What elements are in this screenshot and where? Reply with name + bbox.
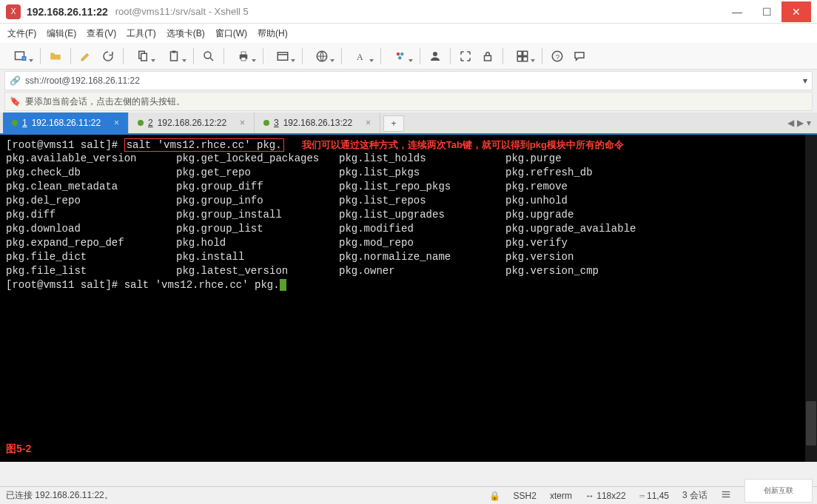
address-bar[interactable]: 🔗 ssh://root@192.168.26.11:22 ▾ (4, 71, 813, 90)
tab-close-icon[interactable]: × (114, 118, 119, 128)
users-button[interactable] (425, 46, 446, 67)
tab-session-1[interactable]: 1 192.168.26.11:22 × (3, 112, 129, 133)
window-title: 192.168.26.11:22 (27, 6, 108, 18)
window-icon (276, 50, 289, 63)
window-subtitle: root@vms11:/srv/salt - Xshell 5 (115, 6, 249, 17)
toolbar: A ? (0, 43, 817, 70)
globe-icon (315, 50, 329, 63)
menu-help[interactable]: 帮助(H) (258, 27, 288, 40)
fullscreen-button[interactable] (455, 46, 476, 67)
tab-list-icon[interactable]: ▾ (807, 118, 811, 128)
tab-number: 2 (148, 118, 153, 128)
svg-point-16 (433, 52, 437, 56)
close-button[interactable]: ✕ (781, 1, 811, 22)
folder-open-icon (49, 50, 62, 63)
maximize-button[interactable]: ☐ (752, 1, 781, 22)
svg-rect-8 (241, 52, 246, 55)
terminal-scrollbar[interactable] (805, 135, 817, 462)
svg-rect-25 (722, 494, 730, 494)
status-bar: 已连接 192.168.26.11:22。 🔒 SSH2 xterm ↔ 118… (0, 486, 817, 504)
find-button[interactable] (198, 46, 219, 67)
address-dropdown-icon[interactable]: ▾ (803, 75, 807, 86)
menu-tabs[interactable]: 选项卡(B) (167, 27, 205, 40)
status-pos: ⎓ 11,45 (639, 491, 669, 501)
status-sessions: 3 会话 (682, 489, 707, 502)
paste-icon (167, 50, 181, 63)
terminal-pane[interactable]: [root@vms11 salt]# salt 'vms12.rhce.cc' … (0, 135, 817, 462)
menu-window[interactable]: 窗口(W) (215, 27, 247, 40)
completion-col-2: pkg.get_locked_packages pkg.get_repo pkg… (176, 152, 339, 278)
tab-session-3[interactable]: 3 192.168.26.13:22 × (255, 112, 380, 133)
status-term: xterm (550, 491, 572, 501)
tab-prev-icon[interactable]: ◀ (787, 118, 794, 128)
layout-button[interactable] (508, 46, 537, 67)
completion-col-4: pkg.purge pkg.refresh_db pkg.remove pkg.… (505, 152, 811, 278)
printer-icon (237, 50, 250, 63)
tab-strip: 1 192.168.26.11:22 × 2 192.168.26.12:22 … (0, 112, 817, 135)
svg-rect-26 (722, 497, 730, 497)
encoding-button[interactable] (307, 46, 337, 67)
svg-rect-24 (722, 491, 730, 492)
tab-label: 192.168.26.12:22 (158, 118, 226, 128)
chat-button[interactable] (569, 46, 590, 67)
tab-number: 3 (274, 118, 279, 128)
tab-add-button[interactable]: + (383, 115, 404, 132)
open-button[interactable] (45, 46, 66, 67)
menu-file[interactable]: 文件(F) (7, 27, 36, 40)
search-icon (202, 50, 215, 63)
status-dot-icon (12, 120, 18, 126)
svg-rect-9 (241, 57, 246, 61)
terminal-current-line: [root@vms11 salt]# salt 'vms12.rhce.cc' … (6, 278, 811, 292)
help-button[interactable]: ? (547, 46, 568, 67)
svg-point-6 (204, 52, 211, 58)
hint-bar: 🔖 要添加当前会话，点击左侧的箭头按钮。 (4, 92, 813, 111)
menu-edit[interactable]: 编辑(E) (47, 27, 76, 40)
print-button[interactable] (229, 46, 258, 67)
bookmark-icon[interactable]: 🔖 (10, 96, 21, 107)
font-button[interactable]: A (346, 46, 376, 67)
terminal-new-icon (14, 50, 27, 63)
status-menu-icon[interactable] (721, 489, 731, 502)
svg-rect-4 (171, 52, 178, 61)
lock-icon (481, 50, 494, 63)
tab-number: 1 (22, 118, 27, 128)
terminal-completion-list: pkg.available_version pkg.check_db pkg.c… (6, 152, 811, 278)
chat-icon (573, 50, 586, 63)
tab-close-icon[interactable]: × (366, 118, 371, 128)
menu-view[interactable]: 查看(V) (87, 27, 116, 40)
window-titlebar: X 192.168.26.11:22 root@vms11:/srv/salt … (0, 0, 817, 24)
svg-point-15 (398, 56, 402, 60)
font-icon: A (354, 50, 368, 63)
tab-next-icon[interactable]: ▶ (797, 118, 804, 128)
terminal-prompt: [root@vms11 salt]# (6, 139, 124, 151)
svg-rect-21 (523, 56, 528, 61)
new-session-button[interactable] (6, 46, 36, 67)
svg-rect-20 (517, 56, 522, 61)
svg-text:?: ? (556, 52, 560, 60)
copy-button[interactable] (128, 46, 158, 67)
figure-label: 图5-2 (6, 442, 31, 456)
hint-text: 要添加当前会话，点击左侧的箭头按钮。 (25, 95, 185, 108)
pencil-icon (79, 50, 93, 63)
svg-rect-17 (485, 56, 491, 61)
status-size: ↔ 118x22 (585, 491, 626, 501)
scrollbar-thumb[interactable] (806, 401, 816, 446)
paste-button[interactable] (159, 46, 189, 67)
fullscreen-icon (459, 50, 472, 63)
disconnect-button[interactable] (98, 46, 118, 67)
lock-button[interactable] (477, 46, 498, 67)
grid-icon (516, 50, 529, 63)
tab-session-2[interactable]: 2 192.168.26.12:22 × (129, 112, 255, 133)
status-dot-icon (263, 120, 269, 126)
copy-icon (136, 50, 149, 63)
color-button[interactable] (386, 46, 415, 67)
tab-close-icon[interactable]: × (240, 118, 245, 128)
palette-icon (394, 50, 407, 63)
user-icon (428, 50, 442, 63)
properties-button[interactable] (268, 46, 297, 67)
menu-tools[interactable]: 工具(T) (127, 27, 155, 40)
terminal-prompt-text: [root@vms11 salt]# salt 'vms12.rhce.cc' … (6, 279, 280, 291)
completion-col-1: pkg.available_version pkg.check_db pkg.c… (6, 152, 176, 278)
reconnect-button[interactable] (75, 46, 96, 67)
minimize-button[interactable]: — (722, 1, 752, 22)
